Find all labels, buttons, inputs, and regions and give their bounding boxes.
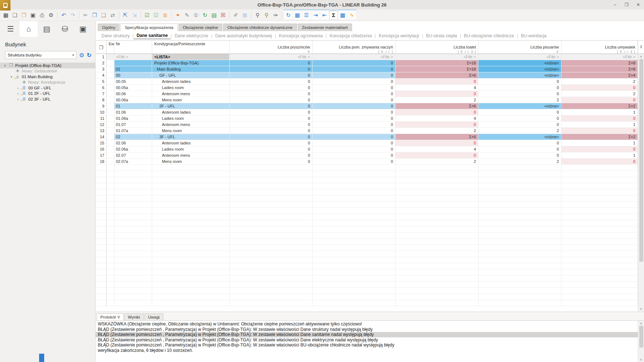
cell-toilets[interactable]: <Filtr >	[396, 54, 478, 60]
cell-room[interactable]: Anteroom ladies	[152, 109, 230, 115]
tree-item-01-2f-ufl[interactable]: ›☰⚠01 2F - UFL	[0, 91, 95, 97]
cell-empty[interactable]	[230, 294, 313, 300]
scroll-up-icon[interactable]: ∧	[640, 321, 642, 326]
cell-empty[interactable]	[478, 220, 561, 226]
log-vertical-scrollbar[interactable]: ∧ ∨	[638, 321, 644, 362]
cell-dishwashing[interactable]: 0	[313, 134, 396, 140]
cell-toilets[interactable]: Σ=18	[396, 66, 478, 72]
cut-icon[interactable]: ✂	[81, 11, 90, 20]
search-pin-icon[interactable]: ⚲	[262, 11, 271, 20]
cell-ew[interactable]	[106, 202, 114, 208]
cell-urinals[interactable]: 0	[478, 122, 561, 128]
cell-empty[interactable]	[313, 300, 396, 306]
cell-empty[interactable]	[396, 263, 478, 269]
column-header-urinals[interactable]: Liczba pisuarów⚲	[478, 41, 561, 54]
cell-nr[interactable]: 00.05	[114, 79, 152, 85]
cell-empty[interactable]	[230, 275, 313, 282]
cell-empty[interactable]	[561, 214, 638, 220]
cell-empty[interactable]	[396, 239, 478, 245]
row-number[interactable]: 7	[96, 91, 106, 97]
cell-empty[interactable]	[313, 177, 396, 183]
cell-ew[interactable]	[106, 269, 114, 275]
cell-empty[interactable]	[478, 257, 561, 263]
filter-funnel-icon[interactable]: ∇	[117, 315, 120, 319]
collapse-icon[interactable]: ∨	[9, 75, 13, 79]
cell-showers[interactable]: 0	[230, 152, 313, 159]
cell-empty[interactable]	[561, 245, 638, 251]
cell-ew[interactable]	[106, 300, 114, 306]
cell-dishwashing[interactable]: 0	[313, 115, 396, 122]
cell-empty[interactable]	[313, 263, 396, 269]
cell-nr[interactable]	[114, 226, 152, 232]
cell-room[interactable]	[152, 165, 230, 171]
cell-empty[interactable]	[561, 282, 638, 288]
row-number[interactable]: 1	[96, 54, 106, 60]
cell-showers[interactable]: 0	[230, 79, 313, 85]
list-view-icon[interactable]: ☰	[302, 11, 311, 20]
row-number[interactable]	[96, 208, 106, 214]
row-number[interactable]: 18	[96, 159, 106, 165]
cell-empty[interactable]	[561, 171, 638, 177]
table-vertical-scrollbar[interactable]: Ŧ ∧ ∨	[638, 41, 644, 311]
cell-urinals[interactable]: 2	[478, 97, 561, 103]
cell-showers[interactable]: 0	[230, 72, 313, 79]
cell-urinals[interactable]: <różne>	[478, 60, 561, 66]
cell-dishwashing[interactable]: 0	[313, 66, 396, 72]
cell-ew[interactable]	[106, 128, 114, 134]
cell-empty[interactable]	[396, 214, 478, 220]
cell-nr[interactable]	[114, 183, 152, 189]
cell-ew[interactable]	[106, 294, 114, 300]
view-tab-properties[interactable]: ▣	[74, 21, 92, 37]
link-icon[interactable]: ⚭	[173, 11, 182, 20]
sum-icon[interactable]: Σ	[329, 11, 338, 20]
cell-dishwashing[interactable]: 0	[313, 60, 396, 66]
cell-dishwashing[interactable]: 0	[313, 128, 396, 134]
cell-empty[interactable]	[396, 189, 478, 195]
cell-empty[interactable]	[561, 220, 638, 226]
tree-item-02-3f-ufl[interactable]: ›☰⚠02 3F - UFL	[0, 96, 95, 102]
cell-room[interactable]	[152, 171, 230, 177]
structure-settings-icon[interactable]: ⚙	[79, 52, 84, 59]
cell-toilets[interactable]: 2	[396, 97, 478, 103]
cell-empty[interactable]	[313, 202, 396, 208]
cell-empty[interactable]	[478, 251, 561, 257]
cell-empty[interactable]	[396, 226, 478, 232]
cell-dishwashing[interactable]: <Filtr >	[313, 54, 396, 60]
eyedropper-icon[interactable]: ✑	[271, 11, 280, 20]
cell-empty[interactable]	[561, 202, 638, 208]
search-icon[interactable]: ⚲	[253, 11, 262, 20]
cell-empty[interactable]	[313, 294, 396, 300]
cell-ew[interactable]	[106, 245, 114, 251]
cell-ew[interactable]	[106, 109, 114, 115]
cell-showers[interactable]: 0	[230, 159, 313, 165]
row-number[interactable]: 16	[96, 146, 106, 152]
cell-washbasins[interactable]: 0	[561, 146, 638, 152]
calculate-document-icon[interactable]: ≣	[161, 11, 170, 20]
row-number[interactable]	[96, 269, 106, 275]
cell-empty[interactable]	[478, 183, 561, 189]
cell-empty[interactable]	[230, 177, 313, 183]
row-number[interactable]: 3	[96, 66, 106, 72]
cell-nr[interactable]	[114, 257, 152, 263]
cell-empty[interactable]	[478, 232, 561, 239]
log-message[interactable]: BŁĄD (Zestawienie pomieszczeń , Parametr…	[96, 327, 638, 332]
row-number[interactable]	[96, 189, 106, 195]
cell-room[interactable]: Mens room	[152, 97, 230, 103]
cell-nr[interactable]: 01.07a	[114, 128, 152, 134]
cell-washbasins[interactable]: Σ=2	[561, 134, 638, 140]
cell-empty[interactable]	[561, 195, 638, 202]
cell-ew[interactable]	[106, 177, 114, 183]
cell-showers[interactable]: 0	[230, 115, 313, 122]
cell-empty[interactable]	[396, 275, 478, 282]
cell-nr[interactable]	[114, 275, 152, 282]
tab-specyfikacja-wyposażenia[interactable]: Specyfikacja wyposażenia	[120, 24, 177, 31]
cell-washbasins[interactable]: 0	[561, 115, 638, 122]
log-message[interactable]: WSKAZÓWKA (Obciążenie cieplne, Obliczani…	[96, 321, 638, 327]
cell-washbasins[interactable]: 1	[561, 152, 638, 159]
cell-nr[interactable]: 01.06	[114, 109, 152, 115]
cell-toilets[interactable]: Σ=18	[396, 60, 478, 66]
row-number[interactable]: 9	[96, 103, 106, 109]
cell-showers[interactable]: 0	[230, 103, 313, 109]
cell-urinals[interactable]: 0	[478, 152, 561, 159]
cell-ew[interactable]	[106, 275, 114, 282]
